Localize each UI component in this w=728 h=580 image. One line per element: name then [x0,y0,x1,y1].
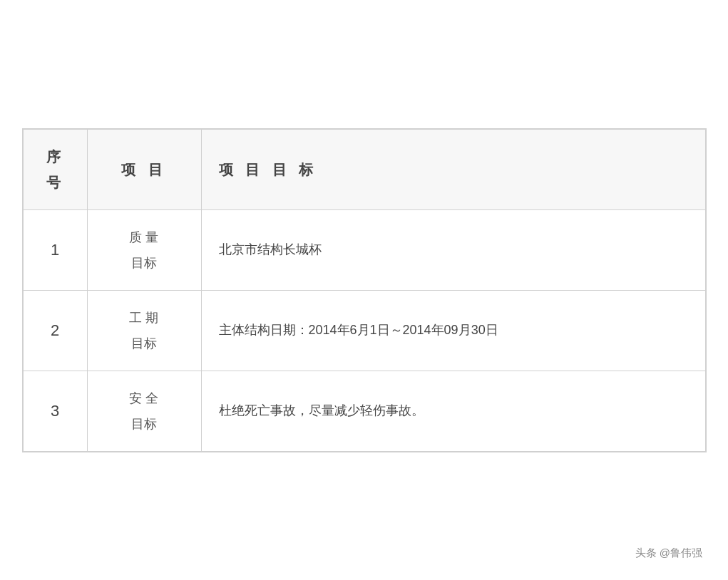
table-container: 序 号 项 目 项 目 目 标 1质 量 目标北京市结构长城杯2工 期 目标主体… [22,128,707,452]
goal-cell-1: 北京市结构长城杯 [201,209,705,290]
item-cell-2: 工 期 目标 [87,290,201,371]
page-wrapper: 序 号 项 目 项 目 目 标 1质 量 目标北京市结构长城杯2工 期 目标主体… [0,0,728,580]
seq-cell-1: 1 [23,209,87,290]
table-row: 3安 全 目标杜绝死亡事故，尽量减少轻伤事故。 [23,371,705,451]
table-row: 1质 量 目标北京市结构长城杯 [23,209,705,290]
watermark: 头条 @鲁伟强 [635,547,702,560]
header-seq: 序 号 [23,129,87,209]
main-table: 序 号 项 目 项 目 目 标 1质 量 目标北京市结构长城杯2工 期 目标主体… [23,129,706,452]
seq-cell-2: 2 [23,290,87,371]
header-item: 项 目 [87,129,201,209]
item-cell-3: 安 全 目标 [87,371,201,451]
table-body: 1质 量 目标北京市结构长城杯2工 期 目标主体结构日期：2014年6月1日～2… [23,209,705,451]
header-goal: 项 目 目 标 [201,129,705,209]
seq-cell-3: 3 [23,371,87,451]
table-row: 2工 期 目标主体结构日期：2014年6月1日～2014年09月30日 [23,290,705,371]
goal-cell-2: 主体结构日期：2014年6月1日～2014年09月30日 [201,290,705,371]
header-row: 序 号 项 目 项 目 目 标 [23,129,705,209]
item-cell-1: 质 量 目标 [87,209,201,290]
goal-cell-3: 杜绝死亡事故，尽量减少轻伤事故。 [201,371,705,451]
